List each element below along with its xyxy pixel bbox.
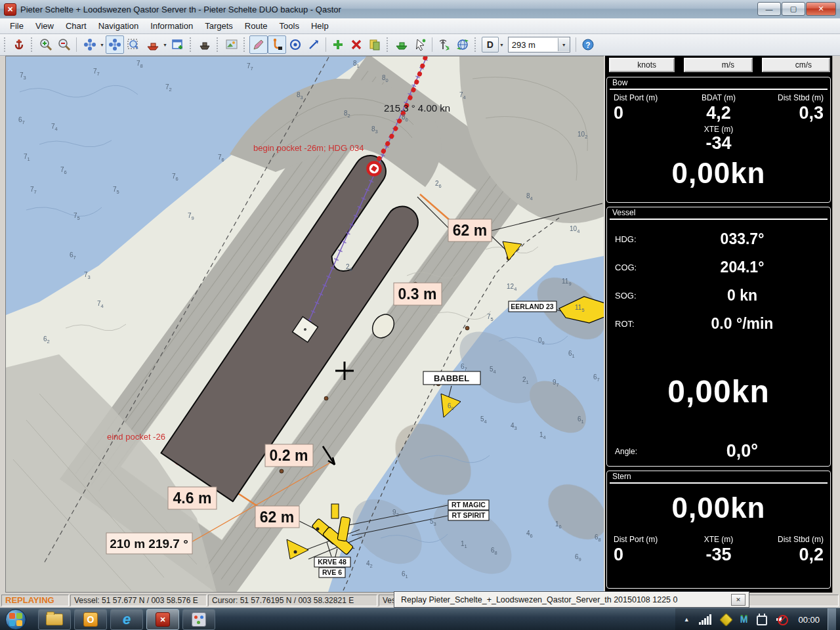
track-speed-label: 215.3 ° 4.00 kn xyxy=(384,102,450,114)
stern-dist-port-value: 0 xyxy=(614,545,684,564)
bow-title: Bow xyxy=(610,77,828,90)
svg-text:KRVE 48: KRVE 48 xyxy=(318,558,346,566)
cog-label: COG: xyxy=(615,262,662,272)
stern-xte-value: -35 xyxy=(684,545,754,564)
data-panel: knots m/s cm/s Bow Dist Port (m) BDAT (m… xyxy=(605,56,832,593)
antivirus-shield-icon[interactable] xyxy=(719,612,733,626)
paint-icon xyxy=(192,612,206,627)
bow-speed-value: 0,00kn xyxy=(607,157,830,190)
qastor-icon: ✕ xyxy=(156,612,170,627)
stern-dist-stbd-label: Dist Stbd (m) xyxy=(753,535,824,544)
bow-bdat-value: 4,2 xyxy=(684,104,754,122)
svg-text:62 m: 62 m xyxy=(453,222,487,239)
show-desktop-button[interactable] xyxy=(828,608,836,630)
cog-value: 204.1° xyxy=(662,259,822,276)
taskbar-outlook-button[interactable]: O xyxy=(74,609,107,630)
hdg-value: 033.7° xyxy=(662,230,822,248)
svg-text:RVE 6: RVE 6 xyxy=(322,568,342,576)
taskbar-ie-button[interactable]: e xyxy=(110,609,143,630)
bow-dist-stbd-value: 0,3 xyxy=(753,104,824,122)
system-tray: ▲ M 00:00 xyxy=(675,608,840,630)
tray-expand-icon[interactable]: ▲ xyxy=(684,616,690,623)
taskbar-explorer-button[interactable] xyxy=(38,609,71,630)
bow-xte-value: -34 xyxy=(607,134,830,152)
hdg-label: HDG: xyxy=(615,234,662,244)
svg-text:BABBEL: BABBEL xyxy=(434,373,469,383)
svg-text:RT SPIRIT: RT SPIRIT xyxy=(452,511,486,519)
taskbar-clock[interactable]: 00:00 xyxy=(798,615,820,625)
sog-label: SOG: xyxy=(615,291,662,301)
m-app-icon[interactable]: M xyxy=(740,614,748,625)
vessel-title: Vessel xyxy=(610,207,828,220)
signal-strength-icon[interactable] xyxy=(699,614,712,625)
power-plug-icon[interactable] xyxy=(757,616,767,625)
svg-text:EERLAND 23: EERLAND 23 xyxy=(511,303,554,310)
sog-value: 0 kn xyxy=(662,287,822,304)
replay-mode-indicator: REPLAYING xyxy=(1,595,69,606)
rot-value: 0.0 °/min xyxy=(662,315,822,333)
cursor-position: Cursor: 51 57.76195 N / 003 58.32821 E xyxy=(208,595,377,606)
outlook-icon: O xyxy=(83,612,98,627)
svg-text:0.2 m: 0.2 m xyxy=(270,447,308,464)
stern-dist-port-label: Dist Port (m) xyxy=(614,535,684,544)
vessel-speed-value: 0,00kn xyxy=(607,373,830,410)
stern-group: Stern 0,00kn Dist Port (m) XTE (m) Dist … xyxy=(606,471,831,589)
svg-text:62 m: 62 m xyxy=(260,509,294,526)
stern-title: Stern xyxy=(610,471,828,484)
taskbar-paint-button[interactable] xyxy=(182,609,215,630)
bow-bdat-label: BDAT (m) xyxy=(684,93,754,102)
chart-canvas[interactable]: eind pocket -26 215.3 ° xyxy=(5,56,604,593)
svg-text:210 m 219.7 °: 210 m 219.7 ° xyxy=(110,537,188,551)
bow-xte-label: XTE (m) xyxy=(607,125,830,134)
angle-value: 0,0° xyxy=(662,441,822,461)
bow-group: Bow Dist Port (m) BDAT (m) Dist Stbd (m)… xyxy=(606,77,831,203)
bow-dist-port-value: 0 xyxy=(614,104,684,122)
units-ms-button[interactable]: m/s xyxy=(684,58,753,72)
replay-window-title: Replay Pieter_Schelte_+_Loodswezen_Qasto… xyxy=(394,595,731,604)
stern-dist-stbd-value: 0,2 xyxy=(753,545,824,564)
begin-pocket-label: begin pocket -26m; HDG 034 xyxy=(253,143,364,153)
taskbar: O e ✕ ▲ M 00:00 xyxy=(0,608,840,630)
stern-xte-label: XTE (m) xyxy=(684,535,754,544)
window-edge xyxy=(832,56,840,593)
muted-speaker-icon[interactable] xyxy=(776,614,788,625)
svg-text:4.6 m: 4.6 m xyxy=(173,490,212,507)
svg-text:0.3 m: 0.3 m xyxy=(398,285,437,303)
replay-close-icon[interactable]: ✕ xyxy=(731,594,746,606)
bow-dist-port-label: Dist Port (m) xyxy=(614,93,684,102)
units-cms-button[interactable]: cm/s xyxy=(762,58,830,72)
vessel-position: Vessel: 51 57.677 N / 003 58.576 E xyxy=(70,595,207,606)
start-button[interactable] xyxy=(5,609,26,630)
vessel-group: Vessel HDG: 033.7° COG: 204.1° SOG: 0 kn… xyxy=(606,207,831,467)
svg-text:RT MAGIC: RT MAGIC xyxy=(452,501,486,509)
folder-icon xyxy=(46,614,63,625)
bow-dist-stbd-label: Dist Stbd (m) xyxy=(753,93,824,102)
taskbar-qastor-button[interactable]: ✕ xyxy=(146,609,179,630)
replay-window[interactable]: Replay Pieter_Schelte_+_Loodswezen_Qasto… xyxy=(394,591,749,608)
stern-speed-value: 0,00kn xyxy=(607,492,830,524)
angle-label: Angle: xyxy=(615,447,662,456)
internet-explorer-icon: e xyxy=(123,611,131,628)
units-knots-button[interactable]: knots xyxy=(609,58,675,72)
eind-pocket-label: eind pocket -26 xyxy=(107,432,165,442)
rot-label: ROT: xyxy=(615,319,662,329)
